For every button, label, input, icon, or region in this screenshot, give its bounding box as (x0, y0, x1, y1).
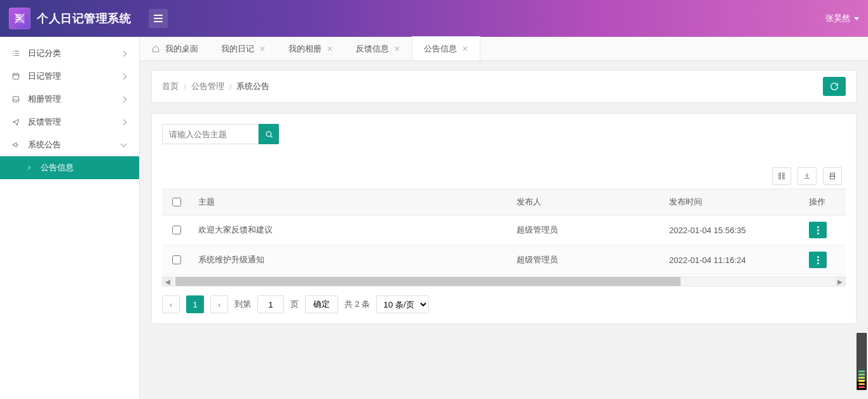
columns-icon (777, 172, 786, 180)
tab-label: 我的日记 (221, 43, 254, 55)
menu-toggle-button[interactable] (149, 9, 168, 28)
select-all-checkbox[interactable] (172, 198, 181, 206)
sound-icon (11, 140, 20, 149)
table-row: 欢迎大家反馈和建议 超级管理员 2022-01-04 15:56:35 (162, 215, 846, 245)
close-icon[interactable]: ✕ (327, 44, 333, 53)
indicator-bar (858, 374, 865, 375)
export-icon (803, 172, 811, 180)
refresh-button[interactable] (823, 77, 846, 96)
tab-my-album[interactable]: 我的相册 ✕ (277, 37, 344, 60)
row-checkbox[interactable] (172, 255, 181, 264)
tab-my-diary[interactable]: 我的日记 ✕ (210, 37, 277, 60)
breadcrumb-card: 首页 / 公告管理 / 系统公告 (151, 70, 857, 103)
col-publisher: 发布人 (509, 189, 661, 215)
list-icon (11, 49, 20, 58)
chevron-right-icon (120, 72, 128, 80)
tab-bar: 我的桌面 我的日记 ✕ 我的相册 ✕ 反馈信息 ✕ 公告信息 ✕ (140, 37, 868, 61)
scroll-right-arrow[interactable]: ▶ (835, 277, 845, 286)
row-checkbox[interactable] (172, 226, 181, 234)
app-header: 个人日记管理系统 张昊然 (0, 0, 868, 37)
pagination: ‹ 1 › 到第 页 确定 共 2 条 10 条/页 (162, 295, 846, 313)
search-button[interactable] (259, 124, 279, 144)
notice-panel: 主题 发布人 发布时间 操作 欢迎大家反馈和建议 超级管理员 2022-01-0… (151, 113, 857, 324)
tab-label: 我的相册 (288, 43, 322, 55)
sidebar-item-label: 系统公告 (28, 139, 61, 151)
breadcrumb-home[interactable]: 首页 (162, 81, 179, 92)
pager-goto-input[interactable] (257, 295, 284, 313)
pager-confirm-button[interactable]: 确定 (305, 295, 338, 313)
indicator-bar (858, 370, 865, 372)
chevron-right-icon (25, 164, 33, 172)
app-title: 个人日记管理系统 (37, 11, 131, 26)
breadcrumb-section[interactable]: 公告管理 (191, 81, 224, 92)
share-icon (11, 118, 20, 126)
scroll-left-arrow[interactable]: ◀ (163, 277, 173, 286)
image-icon (11, 95, 20, 104)
table-hscroll[interactable]: ◀ ▶ (162, 276, 846, 287)
sidebar-sub-notice-info[interactable]: 公告信息 (0, 156, 139, 179)
svg-point-2 (266, 132, 271, 137)
sidebar-item-diary-manage[interactable]: 日记管理 (0, 65, 139, 88)
col-topic: 主题 (191, 189, 509, 215)
dots-icon (817, 226, 819, 234)
pager-goto-prefix: 到第 (234, 299, 251, 310)
app-logo-icon (9, 8, 31, 29)
sidebar-item-label: 相册管理 (28, 93, 61, 105)
tab-notice[interactable]: 公告信息 ✕ (412, 36, 480, 60)
svg-rect-1 (13, 97, 18, 102)
pager-goto-suffix: 页 (290, 299, 299, 310)
chevron-right-icon (120, 50, 128, 57)
user-name: 张昊然 (825, 13, 850, 24)
home-icon (151, 44, 160, 53)
sidebar-item-label: 日记管理 (28, 71, 61, 82)
svg-rect-3 (779, 173, 780, 175)
print-icon (828, 172, 837, 180)
close-icon[interactable]: ✕ (394, 44, 400, 53)
columns-button[interactable] (772, 167, 791, 185)
cell-topic: 系统维护升级通知 (191, 245, 509, 275)
cell-publisher: 超级管理员 (509, 245, 661, 275)
print-button[interactable] (823, 167, 842, 185)
calendar-icon (11, 72, 20, 81)
pager-prev[interactable]: ‹ (162, 295, 180, 313)
scroll-thumb[interactable] (175, 277, 681, 286)
col-time: 发布时间 (661, 189, 801, 215)
sidebar-item-system-notice[interactable]: 系统公告 (0, 133, 139, 156)
close-icon[interactable]: ✕ (259, 44, 266, 53)
cell-time: 2022-01-04 11:16:24 (661, 245, 801, 275)
row-action-button[interactable] (809, 222, 827, 238)
user-menu[interactable]: 张昊然 (825, 13, 859, 24)
chevron-down-icon (120, 141, 128, 149)
tab-label: 反馈信息 (356, 43, 389, 55)
scroll-indicator-widget[interactable] (857, 333, 867, 390)
sidebar-item-diary-category[interactable]: 日记分类 (0, 42, 139, 65)
sidebar-item-feedback-manage[interactable]: 反馈管理 (0, 111, 139, 133)
indicator-bar (858, 380, 865, 382)
chevron-down-icon (854, 17, 859, 20)
col-action: 操作 (801, 189, 846, 215)
indicator-bar (858, 386, 865, 388)
tab-feedback[interactable]: 反馈信息 ✕ (344, 37, 412, 60)
pager-page-size[interactable]: 10 条/页 (376, 295, 429, 313)
sidebar-item-label: 日记分类 (28, 48, 61, 59)
sidebar-item-label: 反馈管理 (28, 116, 61, 128)
col-select (162, 189, 191, 215)
svg-rect-0 (13, 74, 18, 79)
row-action-button[interactable] (809, 252, 827, 268)
tab-desktop[interactable]: 我的桌面 (140, 37, 210, 60)
cell-publisher: 超级管理员 (509, 215, 661, 245)
svg-rect-6 (783, 177, 784, 179)
pager-next[interactable]: › (210, 295, 228, 313)
notice-table: 主题 发布人 发布时间 操作 欢迎大家反馈和建议 超级管理员 2022-01-0… (162, 189, 846, 275)
sidebar-item-album-manage[interactable]: 相册管理 (0, 88, 139, 111)
close-icon[interactable]: ✕ (462, 44, 468, 53)
search-icon (264, 130, 274, 139)
indicator-bar (858, 377, 865, 379)
pager-page-current[interactable]: 1 (186, 295, 204, 313)
sidebar-sub-label: 公告信息 (41, 162, 74, 173)
chevron-right-icon (120, 95, 128, 103)
table-row: 系统维护升级通知 超级管理员 2022-01-04 11:16:24 (162, 245, 846, 275)
export-button[interactable] (797, 167, 817, 185)
search-input[interactable] (162, 124, 259, 144)
breadcrumb-separator: / (184, 82, 186, 91)
